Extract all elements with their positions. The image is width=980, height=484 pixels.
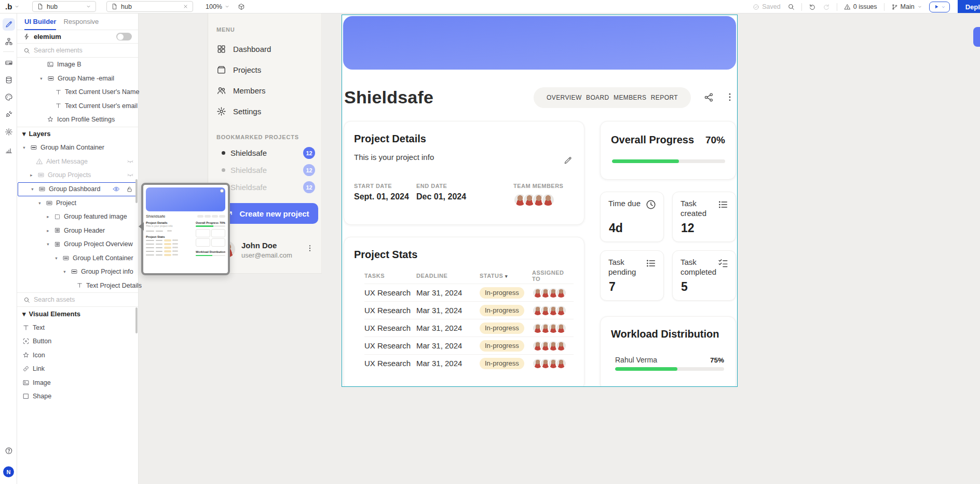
star-icon bbox=[22, 352, 30, 359]
layer-row-text-users-name[interactable]: Text Current User's Name bbox=[17, 85, 138, 99]
theme-tool-button[interactable] bbox=[3, 91, 15, 103]
layer-row-group-project-info[interactable]: ▾ Group Project info bbox=[17, 265, 138, 279]
layer-row-group-name-email[interactable]: ▾ Group Name -email bbox=[17, 72, 138, 86]
panel-scrollbar[interactable] bbox=[135, 307, 138, 333]
panel-scrollbar[interactable] bbox=[135, 179, 138, 203]
featured-image-hero[interactable] bbox=[343, 16, 736, 70]
redo-icon[interactable] bbox=[823, 3, 830, 10]
lock-open-icon[interactable] bbox=[126, 186, 133, 193]
caret-down-icon[interactable]: ▾ bbox=[53, 256, 59, 261]
caret-down-icon[interactable]: ▾ bbox=[62, 269, 67, 274]
edit-tool-button[interactable] bbox=[3, 18, 15, 31]
asset-item-shape[interactable]: Shape bbox=[17, 389, 138, 404]
col-status[interactable]: STATUS ▾ bbox=[480, 273, 532, 279]
layer-row-text-project-details[interactable]: Text Project Details bbox=[17, 279, 138, 293]
caret-right-icon[interactable]: ▸ bbox=[45, 214, 51, 219]
eye-closed-icon[interactable] bbox=[127, 158, 134, 165]
table-row[interactable]: UX Research Mar 31, 2024 In-progress bbox=[364, 354, 574, 372]
asset-item-text[interactable]: Text bbox=[17, 321, 138, 335]
layer-row-project[interactable]: ▾ Project bbox=[17, 196, 138, 210]
sidebar-item-projects[interactable]: Projects bbox=[216, 59, 261, 80]
user-avatar-badge[interactable]: N bbox=[3, 466, 14, 477]
plugins-tool-button[interactable] bbox=[3, 108, 15, 120]
layer-row-group-projects[interactable]: ▸ Group Projects bbox=[17, 168, 138, 182]
dashboard-frame[interactable]: Shieldsafe OVERVIEW BOARD MEMBERS REPORT… bbox=[342, 15, 738, 387]
table-row[interactable]: UX Research Mar 31, 2024 In-progress bbox=[364, 337, 574, 354]
asset-item-image[interactable]: Image bbox=[17, 376, 138, 390]
bookmark-item-3[interactable]: Shieldsafe 12 bbox=[222, 179, 315, 196]
kebab-menu-icon[interactable] bbox=[306, 244, 314, 252]
create-new-project-button[interactable]: Create new project bbox=[216, 203, 318, 224]
tab-members[interactable]: MEMBERS bbox=[614, 94, 646, 101]
zoom-select[interactable]: 100% bbox=[202, 1, 233, 12]
caret-down-icon[interactable]: ▾ bbox=[37, 200, 43, 206]
search-icon[interactable] bbox=[787, 3, 795, 10]
tab-responsive[interactable]: Responsive bbox=[63, 14, 99, 30]
asset-item-button[interactable]: Button bbox=[17, 334, 138, 348]
clock-icon bbox=[645, 199, 657, 210]
branch-select[interactable]: Main bbox=[891, 3, 922, 10]
layer-row-group-main-container[interactable]: ▾ Group Main Container bbox=[17, 141, 138, 155]
table-row[interactable]: UX Research Mar 31, 2024 In-progress bbox=[364, 284, 574, 301]
preview-play-button[interactable] bbox=[929, 2, 950, 12]
help-button[interactable] bbox=[3, 445, 15, 457]
components-tool-button[interactable] bbox=[3, 57, 15, 69]
caret-right-icon[interactable]: ▸ bbox=[45, 228, 51, 233]
layer-row-group-project-overview[interactable]: ▾ Group Project Overview bbox=[17, 237, 138, 251]
caret-down-icon[interactable]: ▾ bbox=[30, 186, 35, 192]
bookmark-item-2[interactable]: Shieldsafe 12 bbox=[222, 162, 315, 179]
visual-elements-header[interactable]: ▾ Visual Elements bbox=[17, 307, 138, 321]
tab-ui-builder[interactable]: UI Builder bbox=[24, 14, 56, 30]
search-elements-input[interactable] bbox=[34, 47, 117, 54]
asset-item-icon[interactable]: Icon bbox=[17, 348, 138, 362]
help-icon bbox=[5, 447, 13, 455]
settings-tool-button[interactable] bbox=[3, 126, 15, 138]
cube-icon[interactable] bbox=[238, 3, 245, 10]
kebab-menu-icon[interactable] bbox=[725, 92, 735, 102]
sidebar-item-settings[interactable]: Settings bbox=[216, 101, 261, 122]
layer-row-group-dashboard-selected[interactable]: ▾ Group Dashboard bbox=[18, 182, 138, 196]
layer-row-group-left-container[interactable]: ▾ Group Left Container bbox=[17, 251, 138, 265]
bookmark-item-1[interactable]: Shieldsafe 12 bbox=[222, 144, 315, 162]
layer-row-image-b[interactable]: Image B bbox=[17, 58, 138, 72]
layers-section-header[interactable]: ▾ Layers bbox=[17, 127, 138, 141]
close-icon[interactable] bbox=[183, 4, 188, 9]
eye-icon[interactable] bbox=[113, 185, 120, 193]
caret-down-icon[interactable]: ▾ bbox=[45, 241, 51, 247]
page-tab-1[interactable]: hub bbox=[32, 1, 96, 12]
undo-icon[interactable] bbox=[809, 3, 816, 10]
pencil-icon[interactable] bbox=[563, 156, 573, 165]
tab-report[interactable]: REPORT bbox=[651, 94, 678, 101]
search-icon bbox=[23, 47, 30, 54]
layer-row-alert-message[interactable]: Alert Message bbox=[17, 155, 138, 169]
user-email: user@email.com bbox=[241, 251, 292, 259]
asset-item-link[interactable]: Link bbox=[17, 362, 138, 376]
layer-row-group-featured-image[interactable]: ▸ Group featured image bbox=[17, 210, 138, 224]
caret-right-icon[interactable]: ▸ bbox=[29, 172, 34, 178]
tab-board[interactable]: BOARD bbox=[586, 94, 609, 101]
caret-down-icon[interactable]: ▾ bbox=[38, 76, 44, 81]
layer-row-text-users-email[interactable]: Text Current User's email bbox=[17, 99, 138, 113]
chevron-down-icon[interactable] bbox=[86, 4, 91, 9]
caret-down-icon[interactable]: ▾ bbox=[21, 145, 27, 150]
issues-indicator[interactable]: 0 issues bbox=[844, 3, 877, 10]
layer-row-icon-profile-settings[interactable]: Icon Profile Settings bbox=[17, 113, 138, 127]
sidebar-item-dashboard[interactable]: Dashboard bbox=[216, 38, 271, 59]
tab-overview[interactable]: OVERVIEW bbox=[547, 94, 582, 101]
eye-closed-icon[interactable] bbox=[127, 171, 134, 179]
deploy-button[interactable]: Deploy bbox=[958, 0, 980, 14]
analytics-tool-button[interactable] bbox=[3, 144, 15, 156]
table-row[interactable]: UX Research Mar 31, 2024 In-progress bbox=[364, 301, 574, 319]
sidebar-item-members[interactable]: Members bbox=[216, 80, 266, 101]
sitemap-tool-button[interactable] bbox=[3, 35, 15, 48]
search-assets-input[interactable] bbox=[34, 296, 117, 303]
user-profile-row[interactable]: John Doe user@email.com bbox=[219, 241, 314, 259]
share-icon[interactable] bbox=[703, 92, 714, 103]
app-logo[interactable]: .b bbox=[5, 2, 20, 11]
layer-row-group-header[interactable]: ▸ Group Header bbox=[17, 224, 138, 238]
database-tool-button[interactable] bbox=[3, 74, 15, 86]
floating-panel-handle[interactable] bbox=[973, 27, 980, 47]
table-row[interactable]: UX Research Mar 31, 2024 In-progress bbox=[364, 319, 574, 337]
elemium-toggle[interactable] bbox=[116, 33, 132, 41]
page-tab-2[interactable]: hub bbox=[106, 1, 193, 12]
